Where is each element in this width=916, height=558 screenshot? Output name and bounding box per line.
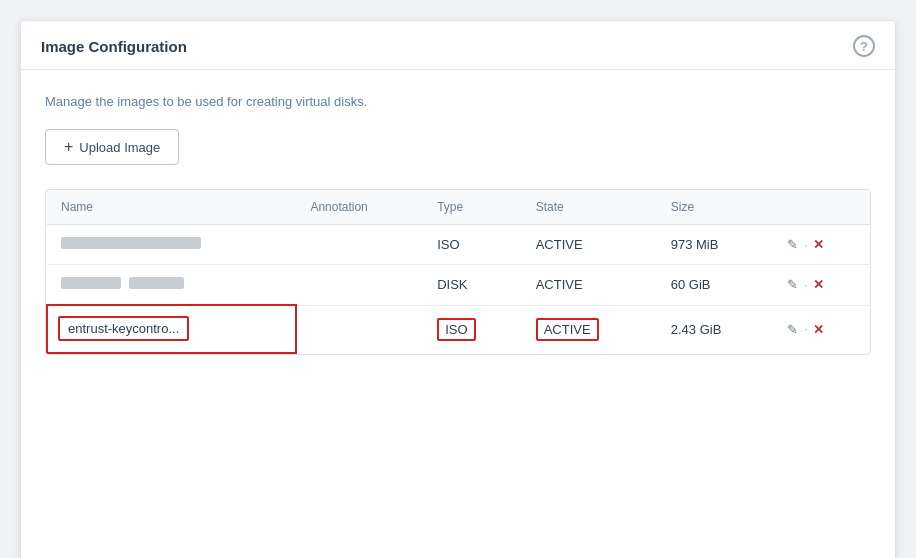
col-header-type: Type (423, 190, 522, 225)
redacted-name-bar (61, 237, 201, 249)
name-cell (47, 265, 296, 306)
delete-icon[interactable]: ✕ (813, 322, 824, 337)
redacted-name-bar-part1 (61, 277, 121, 289)
window-title: Image Configuration (41, 38, 187, 55)
highlighted-state: ACTIVE (536, 318, 599, 341)
actions-cell: ✎ · ✕ (773, 265, 870, 306)
name-cell-highlighted: entrust-keycontro... (47, 305, 296, 353)
plus-icon: + (64, 138, 73, 156)
window-header: Image Configuration ? (21, 21, 895, 70)
table-row: ISO ACTIVE 973 MiB ✎ · ✕ (47, 225, 870, 265)
actions-cell: ✎ · ✕ (773, 305, 870, 353)
state-cell: ACTIVE (522, 265, 657, 306)
actions-cell: ✎ · ✕ (773, 225, 870, 265)
upload-image-button[interactable]: + Upload Image (45, 129, 179, 165)
name-cell (47, 225, 296, 265)
separator: · (804, 239, 807, 251)
annotation-cell (296, 225, 423, 265)
separator: · (804, 323, 807, 335)
size-cell: 2.43 GiB (657, 305, 774, 353)
separator: · (804, 279, 807, 291)
type-cell: DISK (423, 265, 522, 306)
state-cell-highlighted: ACTIVE (522, 305, 657, 353)
description-text: Manage the images to be used for creatin… (45, 94, 871, 109)
annotation-cell (296, 305, 423, 353)
edit-icon[interactable]: ✎ (787, 277, 798, 292)
images-table-container: Name Annotation Type State Size (45, 189, 871, 355)
col-header-state: State (522, 190, 657, 225)
col-header-annotation: Annotation (296, 190, 423, 225)
table-row: DISK ACTIVE 60 GiB ✎ · ✕ (47, 265, 870, 306)
redacted-name-bar-part2 (129, 277, 184, 289)
type-cell: ISO (423, 225, 522, 265)
images-table: Name Annotation Type State Size (46, 190, 870, 354)
edit-icon[interactable]: ✎ (787, 237, 798, 252)
type-cell-highlighted: ISO (423, 305, 522, 353)
annotation-cell (296, 265, 423, 306)
delete-icon[interactable]: ✕ (813, 277, 824, 292)
table-row-highlighted: entrust-keycontro... ISO ACTIVE 2.43 GiB (47, 305, 870, 353)
image-configuration-window: Image Configuration ? Manage the images … (20, 20, 896, 558)
upload-button-label: Upload Image (79, 140, 160, 155)
delete-icon[interactable]: ✕ (813, 237, 824, 252)
col-header-size: Size (657, 190, 774, 225)
highlighted-name: entrust-keycontro... (58, 316, 189, 341)
col-header-name: Name (47, 190, 296, 225)
col-header-actions (773, 190, 870, 225)
help-icon[interactable]: ? (853, 35, 875, 57)
state-cell: ACTIVE (522, 225, 657, 265)
window-body: Manage the images to be used for creatin… (21, 70, 895, 379)
highlighted-type: ISO (437, 318, 475, 341)
edit-icon[interactable]: ✎ (787, 322, 798, 337)
size-cell: 60 GiB (657, 265, 774, 306)
table-header-row: Name Annotation Type State Size (47, 190, 870, 225)
size-cell: 973 MiB (657, 225, 774, 265)
